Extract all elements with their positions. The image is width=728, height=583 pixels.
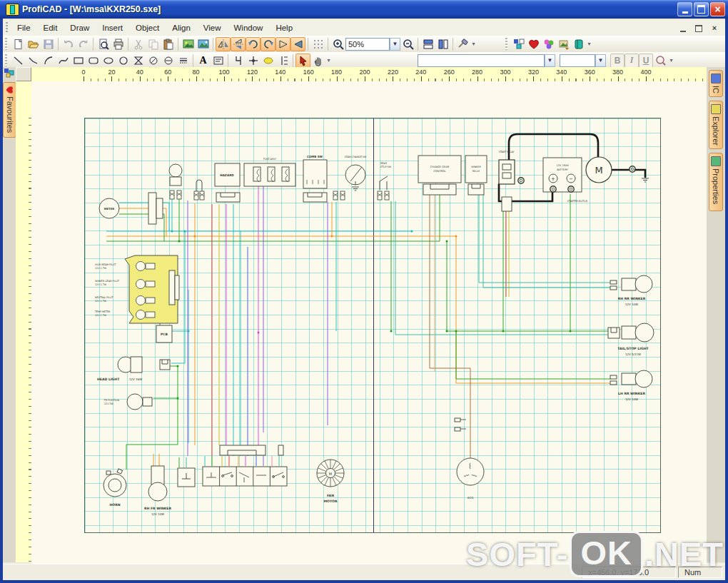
arc-tool[interactable] [41,54,56,68]
menu-item-view[interactable]: View [197,21,228,34]
flip-horizontal-button[interactable] [216,37,231,51]
ic-pins-tool[interactable] [275,54,290,68]
zoom-combo-arrow[interactable]: ▼ [390,38,400,51]
menu-item-object[interactable]: Object [129,21,166,34]
symbol-acg[interactable]: ACG [457,458,484,500]
menu-item-edit[interactable]: Edit [37,21,64,34]
image-gallery-button[interactable] [196,37,211,51]
symbol-hazard[interactable]: HAZARD [215,163,240,202]
format-toolbar-arrow[interactable]: ▾ [668,54,674,67]
line-tool[interactable] [11,54,26,68]
font-name-arrow[interactable]: ▼ [545,54,555,67]
menu-item-file[interactable]: File [11,21,37,34]
symbol-fan-motor[interactable]: M FAN MOTOR [317,460,344,503]
symbol-panel-connector[interactable] [169,270,175,305]
symbol-horn[interactable]: HORN [103,469,126,507]
menu-grip[interactable] [6,22,8,34]
italic-button[interactable]: I [625,54,639,68]
mirror-horizontal-button[interactable] [275,37,290,51]
flip-vertical-button[interactable] [231,37,246,51]
ellipse-tool[interactable] [101,54,116,68]
rotate-90-button[interactable] [261,37,275,51]
symbol-lh-rr-winker[interactable]: LH RR WINKER 12V 10W [610,370,652,401]
symbols-toolbar-grip[interactable] [505,38,507,50]
export-image-button[interactable] [181,37,196,51]
print-button[interactable] [111,37,126,51]
text-block-tool[interactable] [211,54,226,68]
symbol-meter-connector[interactable] [148,193,156,224]
drawing-toolbar-arrow[interactable]: ▾ [325,54,332,67]
underline-button[interactable]: U [639,54,653,68]
symbol-pilot-lamp[interactable] [169,164,182,199]
font-size-combo[interactable] [560,54,595,67]
grid-toggle-button[interactable] [310,37,325,51]
text-tool[interactable]: A [196,54,211,68]
rotate-left-button[interactable] [246,37,261,51]
font-size-arrow[interactable]: ▼ [595,54,606,67]
symbol-terminal-b[interactable] [455,427,460,431]
menu-item-align[interactable]: Align [166,21,197,34]
menu-item-help[interactable]: Help [269,21,299,34]
vertical-ruler[interactable] [16,81,32,562]
symbol-pilot-panel[interactable]: HIGH BEAM PILOT 12V 1.7W WINKER GEAR PIL… [94,255,178,323]
symbols[interactable]: METER HAZARD [94,151,654,516]
cut-button[interactable] [131,37,146,51]
restore-button[interactable] [694,2,709,16]
schematic-page[interactable]: METER HAZARD [84,118,661,533]
close-button[interactable]: × [710,2,725,16]
zoom-level-combo[interactable]: 50% [345,38,390,51]
wires[interactable] [106,186,611,470]
zoom-out-button[interactable] [400,37,415,51]
symbol-comb-sw[interactable]: COMB SW [303,155,327,202]
bold-button[interactable]: B [610,54,625,68]
symbol-connector-bar[interactable] [220,445,283,455]
symbol-rh-fr-winker[interactable]: RH FR WINKER 12V 10W [144,466,172,516]
line-style-tool[interactable] [176,54,191,68]
terminal-tool[interactable] [231,54,246,68]
symbol-winker-relay[interactable]: WINKER RELAY [465,156,487,195]
symbols-toolbar-arrow[interactable]: ▾ [586,38,592,51]
redo-button[interactable] [76,37,91,51]
symbol-fuse-assy[interactable]: FUSE ASSY [244,158,295,186]
symbols-panel-icon[interactable] [4,68,15,78]
symbol-rh-rr-winker[interactable]: RH RR WINKER 12V 10W [610,275,652,306]
schematic-drawing[interactable]: METER HAZARD [85,118,660,532]
junction-tool[interactable] [246,54,261,68]
customize-button[interactable] [455,37,470,51]
symbol-pcb[interactable]: PCB [156,325,172,343]
save-button[interactable] [41,37,56,51]
symbol-change-gear-control[interactable]: CHANGE GEAR CONTROL [418,156,461,195]
pan-hand-tool[interactable] [310,54,325,68]
mdi-close-button[interactable]: × [709,24,719,32]
polygon-tool[interactable] [131,54,146,68]
toolbar-grip[interactable] [5,38,7,50]
symbol-relay-box[interactable] [178,468,195,487]
symbol-battery[interactable]: 12V 19Ah BATTERY + − [543,158,582,192]
font-name-combo[interactable] [418,54,545,67]
favourites-button[interactable] [526,37,541,51]
new-button[interactable] [11,37,26,51]
polyline-tool[interactable] [26,54,41,68]
symbol-head-light[interactable]: HEAD LIGHT 12V 36W [97,357,170,381]
fill-style-tool[interactable] [161,54,176,68]
horizontal-ruler[interactable]: 0204060801001201401601802002202402602803… [31,67,707,82]
split-horizontal-button[interactable] [420,37,435,51]
print-preview-button[interactable] [96,37,111,51]
no-fill-tool[interactable] [146,54,161,68]
menu-item-draw[interactable]: Draw [64,21,96,34]
mdi-minimize-button[interactable] [678,24,688,32]
symbol-fr-position[interactable]: FR POSITION 12V 5W [104,394,152,410]
symbol-switch-row[interactable] [203,467,287,486]
symbol-tail-stop-light[interactable]: TAIL/STOP LIGHT 12V 5/21W [608,323,654,356]
symbol-terminal-a[interactable] [455,418,460,422]
bezier-tool[interactable] [56,54,71,68]
mirror-vertical-button[interactable] [290,37,305,51]
rounded-rectangle-tool[interactable] [86,54,101,68]
symbols-palette-button[interactable] [511,37,526,51]
favourites-tab[interactable]: Favourites [3,82,16,138]
menu-item-window[interactable]: Window [228,21,270,34]
rectangle-tool[interactable] [71,54,86,68]
toolbar-options-arrow[interactable]: ▾ [470,38,477,51]
zoom-in-button[interactable] [330,37,345,51]
circle-tool[interactable] [116,54,131,68]
